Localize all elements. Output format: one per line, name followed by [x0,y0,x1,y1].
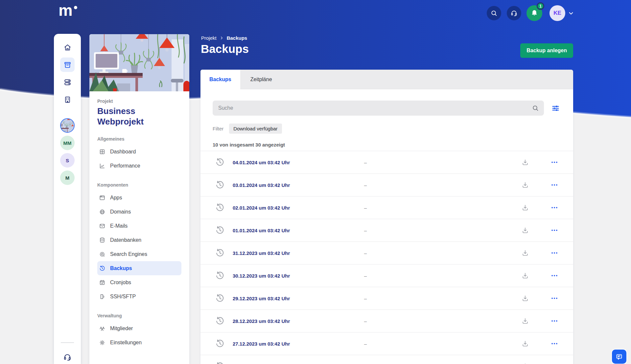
row-menu-ellipsis-icon[interactable] [551,272,558,279]
table-row[interactable]: 03.01.2024 um 03:42 Uhr– [200,174,573,196]
backup-date: 02.01.2024 um 03:42 Uhr [233,205,356,211]
rail-item-home[interactable] [60,40,75,55]
table-row[interactable]: 28.12.2023 um 03:42 Uhr– [200,310,573,332]
sidebar-item-mitglieder[interactable]: Mitglieder [97,321,181,335]
row-menu-ellipsis-icon[interactable] [551,363,558,364]
filter-sliders-icon[interactable] [551,104,560,113]
row-menu-ellipsis-icon[interactable] [551,159,558,166]
download-icon[interactable] [521,249,529,257]
sidebar-item-label: Search Engines [110,251,147,257]
table-row[interactable]: 01.01.2024 um 03:42 Uhr– [200,219,573,242]
chat-button[interactable] [612,350,626,364]
download-icon[interactable] [521,158,529,166]
search-input[interactable] [213,101,544,116]
row-menu-ellipsis-icon[interactable] [551,249,558,257]
project-kicker: Projekt [97,99,181,104]
download-icon[interactable] [521,340,529,348]
table-row[interactable]: 02.01.2024 um 03:42 Uhr– [200,196,573,219]
sidebar-item-label: Einstellungen [110,340,142,346]
backup-size: – [356,205,375,211]
history-icon [215,248,225,258]
row-menu-ellipsis-icon[interactable] [551,295,558,302]
rail-avatar-mm[interactable]: MM [60,136,75,150]
calendar-icon [99,279,105,286]
table-row[interactable]: 26.12.2023 um 03:42 Uhr– [200,355,573,364]
sidebar-item-label: Domains [110,209,131,215]
download-icon[interactable] [521,272,529,280]
rail-item-servers[interactable] [60,75,75,89]
rail-project-avatar[interactable] [60,118,75,133]
sidebar-item-apps[interactable]: Apps [97,191,181,205]
project-image [89,34,189,91]
servers-icon [63,78,72,86]
download-icon[interactable] [521,226,529,234]
icon-rail: MMSM [54,34,81,364]
backup-date: 27.12.2023 um 03:42 Uhr [233,341,356,347]
sidebar-item-performance[interactable]: Performance [97,159,181,173]
topbar-search-button[interactable] [487,6,501,20]
chart-icon [99,163,105,169]
backup-date: 31.12.2023 um 03:42 Uhr [233,250,356,256]
table-row[interactable]: 04.01.2024 um 03:42 Uhr– [200,151,573,174]
row-menu-ellipsis-icon[interactable] [551,317,558,325]
sidebar-item-label: Performance [110,163,140,169]
rail-item-organisation[interactable] [60,92,75,107]
rail-divider [61,342,74,343]
headset-icon [63,353,72,361]
topbar-support-button[interactable] [507,6,521,20]
backup-size: – [356,296,375,301]
row-menu-ellipsis-icon[interactable] [551,340,558,347]
sidebar-item-einstellungen[interactable]: Einstellungen [97,335,181,350]
filter-label: Filter [213,126,223,131]
user-avatar[interactable]: KE [549,5,565,21]
search-box [213,101,544,116]
sidebar-item-search-engines[interactable]: Search Engines [97,247,181,261]
backup-date: 04.01.2024 um 03:42 Uhr [233,160,356,165]
backup-date: 28.12.2023 um 03:42 Uhr [233,318,356,324]
sidebar-item-label: Datenbanken [110,237,141,243]
breadcrumb-current: Backups [227,35,247,41]
mittwald-logo[interactable]: m [58,1,72,19]
sidebar-item-backups[interactable]: Backups [97,261,181,275]
rail-support-button[interactable] [63,353,72,361]
download-icon[interactable] [521,204,529,212]
table-row[interactable]: 27.12.2023 um 03:42 Uhr– [200,332,573,355]
user-menu-chevron-down-icon[interactable] [568,10,574,17]
sidebar-item-e-mails[interactable]: E-Mails [97,219,181,233]
table-row[interactable]: 30.12.2023 um 03:42 Uhr– [200,264,573,287]
tab-zeitplaene[interactable]: Zeitpläne [240,70,282,89]
download-icon[interactable] [521,294,529,302]
sidebar-item-label: Backups [110,265,132,271]
row-menu-ellipsis-icon[interactable] [551,181,558,189]
row-menu-ellipsis-icon[interactable] [551,204,558,211]
backup-size: – [356,228,375,233]
backup-size: – [356,182,375,188]
section-label: Komponenten [97,182,181,188]
backup-date: 03.01.2024 um 03:42 Uhr [233,182,356,188]
history-icon [215,339,225,349]
sidebar-item-cronjobs[interactable]: Cronjobs [97,275,181,289]
table-row[interactable]: 29.12.2023 um 03:42 Uhr– [200,287,573,310]
download-icon[interactable] [521,181,529,189]
sidebar-item-datenbanken[interactable]: Datenbanken [97,233,181,247]
row-menu-ellipsis-icon[interactable] [551,227,558,234]
target-icon [99,251,105,258]
sidebar-item-domains[interactable]: Domains [97,205,181,219]
sidebar-item-ssh-sftp[interactable]: SSH/SFTP [97,289,181,304]
backup-date: 30.12.2023 um 03:42 Uhr [233,273,356,279]
download-icon[interactable] [521,317,529,325]
sidebar-item-dashboard[interactable]: Dashboard [97,145,181,159]
rail-avatar-m[interactable]: M [60,171,75,185]
history-icon [99,265,105,272]
download-icon[interactable] [521,362,529,364]
chat-icon [615,353,623,361]
rail-item-projects[interactable] [60,57,75,72]
tab-backups[interactable]: Backups [200,70,240,89]
backup-size: – [356,250,375,256]
search-icon [532,104,539,112]
breadcrumb-parent[interactable]: Projekt [201,35,217,41]
create-backup-button[interactable]: Backup anlegen [520,43,573,58]
rail-avatar-s[interactable]: S [60,153,75,168]
filter-chip-download[interactable]: Download verfügbar [229,124,282,134]
table-row[interactable]: 31.12.2023 um 03:42 Uhr– [200,242,573,264]
